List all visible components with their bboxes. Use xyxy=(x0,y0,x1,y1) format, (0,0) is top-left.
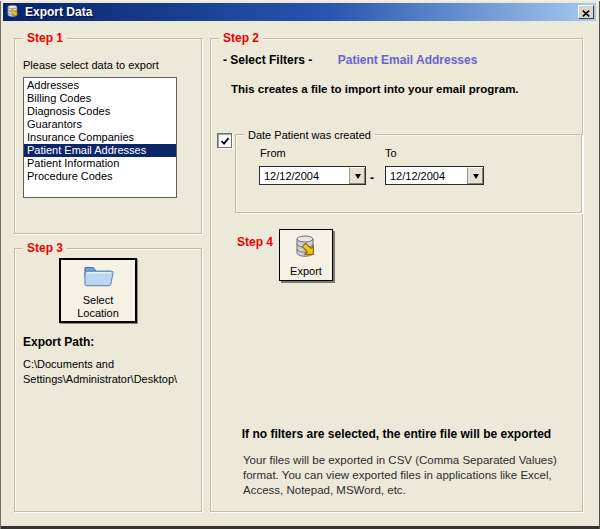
close-icon xyxy=(582,5,590,20)
select-filters-label: - Select Filters - xyxy=(223,53,312,67)
export-database-icon xyxy=(292,234,320,264)
step1-legend: Step 1 xyxy=(23,31,67,45)
date-range-separator: - xyxy=(370,171,374,185)
from-date-combobox[interactable]: 12/12/2004 xyxy=(259,166,366,185)
checkmark-icon xyxy=(220,132,230,150)
list-item-addresses[interactable]: Addresses xyxy=(24,79,176,92)
from-label: From xyxy=(260,147,286,159)
step1-instruction: Please select data to export xyxy=(23,59,159,71)
to-label: To xyxy=(385,147,397,159)
select-location-button[interactable]: Select Location xyxy=(59,258,137,323)
to-date-value: 12/12/2004 xyxy=(386,170,467,182)
to-date-combobox[interactable]: 12/12/2004 xyxy=(385,166,484,185)
list-item-billing-codes[interactable]: Billing Codes xyxy=(24,92,176,105)
dropdown-arrow-icon xyxy=(355,174,361,182)
close-button[interactable] xyxy=(578,5,594,19)
export-path-value: C:\Documents and Settings\Administrator\… xyxy=(23,357,195,387)
step4-legend: Step 4 xyxy=(237,235,273,249)
csv-format-note: Your files will be exported in CSV (Comm… xyxy=(243,453,563,498)
list-item-guarantors[interactable]: Guarantors xyxy=(24,118,176,131)
email-program-description: This creates a file to import into your … xyxy=(231,83,519,95)
date-filter-label: Date Patient was created xyxy=(244,128,375,142)
folder-icon xyxy=(80,261,116,292)
export-data-window: Export Data Step 1 Please select data to… xyxy=(0,0,600,529)
from-date-dropdown-button[interactable] xyxy=(349,167,365,184)
titlebar[interactable]: Export Data xyxy=(3,3,596,21)
date-filter-checkbox[interactable] xyxy=(217,133,232,148)
to-date-dropdown-button[interactable] xyxy=(467,167,483,184)
step2-legend: Step 2 xyxy=(219,31,263,45)
filter-header: - Select Filters - Patient Email Address… xyxy=(223,53,477,67)
list-item-patient-information[interactable]: Patient Information xyxy=(24,157,176,170)
list-item-procedure-codes[interactable]: Procedure Codes xyxy=(24,170,176,183)
step3-legend: Step 3 xyxy=(23,241,67,255)
date-filter-groupbox: Date Patient was created From To 12/12/2… xyxy=(235,134,582,213)
export-button-label: Export xyxy=(290,265,322,277)
selected-data-type-label: Patient Email Addresses xyxy=(338,53,478,67)
list-item-insurance-companies[interactable]: Insurance Companies xyxy=(24,131,176,144)
step2-groupbox: Step 2 - Select Filters - Patient Email … xyxy=(210,38,583,512)
select-location-label: Select Location xyxy=(73,294,123,320)
export-data-listbox[interactable]: Addresses Billing Codes Diagnosis Codes … xyxy=(23,77,177,198)
no-filters-note: If no filters are selected, the entire f… xyxy=(211,427,582,441)
from-date-value: 12/12/2004 xyxy=(260,170,349,182)
window-title: Export Data xyxy=(25,5,92,19)
step1-groupbox: Step 1 Please select data to export Addr… xyxy=(14,38,202,234)
dropdown-arrow-icon xyxy=(473,174,479,182)
step3-groupbox: Step 3 Select Location Export Path: C:\D… xyxy=(14,248,202,512)
export-path-label: Export Path: xyxy=(23,335,94,349)
list-item-patient-email-addresses-selected[interactable]: Patient Email Addresses xyxy=(24,144,176,157)
list-item-diagnosis-codes[interactable]: Diagnosis Codes xyxy=(24,105,176,118)
export-database-icon xyxy=(5,4,21,20)
export-button[interactable]: Export xyxy=(279,229,333,281)
